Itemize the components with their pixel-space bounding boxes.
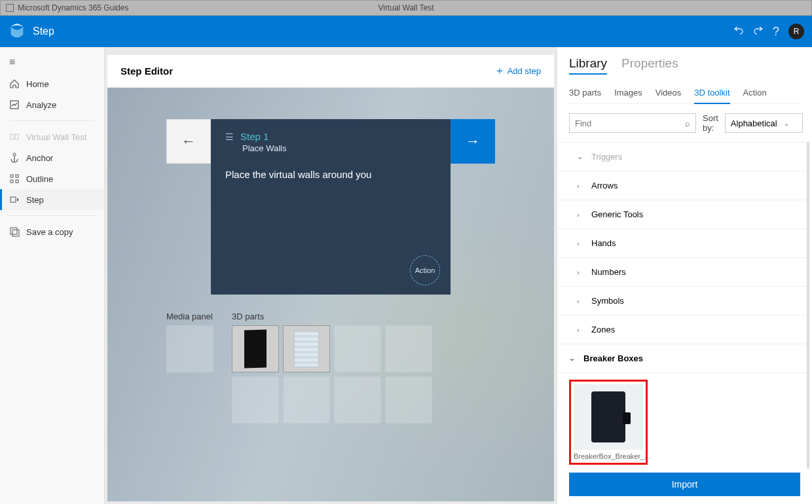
search-icon: ⌕ (685, 118, 690, 128)
document-name: Virtual Wall Test (378, 3, 434, 12)
step-editor-title: Step Editor (120, 65, 173, 77)
part-slot-empty[interactable]: ⬚ (283, 376, 330, 423)
sidebar-item-label: Anchor (26, 153, 53, 163)
chevron-right-icon: › (577, 268, 585, 276)
asset-breaker-box[interactable]: BreakerBox_Breaker_... (569, 380, 648, 465)
category-generic-tools[interactable]: ›Generic Tools (557, 200, 807, 229)
action-chip-label: Action (415, 266, 435, 274)
cube-placeholder-icon: ⬚ (403, 393, 415, 407)
sidebar-item-home[interactable]: Home (0, 73, 104, 94)
sidebar-item-label: Virtual Wall Test (26, 132, 86, 142)
svg-rect-6 (10, 180, 13, 183)
category-numbers[interactable]: ›Numbers (557, 258, 807, 287)
sort-value: Alphabetical (731, 118, 777, 128)
chevron-right-icon: › (577, 211, 585, 219)
breaker-icon (591, 391, 625, 442)
undo-icon[interactable] (733, 25, 744, 38)
find-input[interactable] (575, 118, 685, 128)
guides-logo-icon (8, 22, 26, 41)
parts-panel-label: 3D parts (232, 312, 432, 321)
sidebar-item-label: Analyze (26, 100, 56, 110)
chevron-right-icon: › (577, 182, 585, 190)
subtab-images[interactable]: Images (614, 88, 642, 103)
part-thumb-icon (294, 331, 319, 367)
media-slot[interactable] (166, 325, 213, 372)
editor-canvas: ← ☰ Step 1 Place Walls Place the virtual… (107, 88, 554, 501)
sidebar-item-step[interactable]: Step (0, 189, 104, 210)
sort-select[interactable]: Alphabetical ⌄ (725, 113, 803, 133)
svg-rect-10 (10, 228, 17, 234)
sidebar-item-analyze[interactable]: Analyze (0, 94, 104, 115)
part-slot-2[interactable] (283, 325, 330, 372)
subtab-videos[interactable]: Videos (655, 88, 682, 103)
user-avatar[interactable]: R (788, 24, 804, 39)
find-input-wrapper[interactable]: ⌕ (569, 113, 696, 133)
import-button[interactable]: Import (569, 473, 800, 496)
category-label: Breaker Boxes (583, 353, 643, 363)
asset-thumbnail (574, 384, 643, 450)
category-hands[interactable]: ›Hands (557, 229, 807, 258)
outline-glyph-icon: ☰ (225, 132, 234, 142)
chevron-down-icon: ⌄ (577, 153, 585, 161)
right-panel: Library Properties 3D parts Images Video… (557, 47, 812, 504)
redo-icon[interactable] (753, 25, 764, 38)
category-breaker-boxes[interactable]: ⌄Breaker Boxes (557, 344, 807, 373)
category-symbols[interactable]: ›Symbols (557, 287, 807, 315)
sidebar-item-save-copy[interactable]: Save a copy (0, 221, 104, 242)
action-chip[interactable]: Action (410, 255, 440, 285)
step-editor-header: Step Editor ＋ Add step (107, 55, 554, 88)
category-label: Numbers (591, 267, 626, 277)
cube-placeholder-icon: ⬚ (250, 393, 261, 407)
next-step-button[interactable]: → (451, 119, 495, 164)
cube-placeholder-icon: ⬚ (352, 342, 363, 356)
arrow-right-icon: → (466, 133, 480, 150)
part-slot-empty[interactable]: ⬚ (334, 325, 381, 372)
app-name: Microsoft Dynamics 365 Guides (18, 3, 128, 12)
import-label: Import (672, 479, 698, 490)
svg-rect-11 (12, 230, 19, 236)
part-slot-empty[interactable]: ⬚ (334, 376, 381, 423)
help-icon[interactable]: ? (773, 25, 779, 39)
part-slot-empty[interactable]: ⬚ (232, 376, 279, 423)
sidebar-item-outline[interactable]: Outline (0, 168, 104, 189)
left-sidebar: ≡ Home Analyze Virtual Wall Test Anchor … (0, 47, 105, 504)
subtab-action[interactable]: Action (743, 88, 767, 103)
plus-icon: ＋ (494, 64, 505, 78)
prev-step-button[interactable]: ← (166, 119, 211, 164)
cube-placeholder-icon: ⬚ (403, 342, 415, 356)
hamburger-icon[interactable]: ≡ (0, 51, 104, 73)
category-label: Zones (591, 325, 615, 334)
analyze-icon (9, 99, 20, 110)
svg-point-3 (13, 153, 16, 156)
tab-properties[interactable]: Properties (621, 56, 678, 75)
subtab-3d-parts[interactable]: 3D parts (569, 88, 601, 103)
media-placeholder-icon (181, 341, 198, 357)
add-step-button[interactable]: ＋ Add step (494, 64, 541, 78)
sidebar-item-label: Home (26, 79, 49, 89)
guide-icon (9, 132, 20, 142)
arrow-left-icon: ← (181, 133, 196, 150)
sidebar-item-label: Step (26, 195, 44, 205)
app-header: Step ? R (0, 16, 812, 47)
part-slot-empty[interactable]: ⬚ (385, 325, 432, 372)
category-triggers[interactable]: ⌄Triggers (557, 142, 807, 171)
sidebar-item-anchor[interactable]: Anchor (0, 147, 104, 168)
part-slot-1[interactable] (232, 325, 279, 372)
part-slot-empty[interactable]: ⬚ (385, 376, 432, 423)
category-zones[interactable]: ›Zones (557, 315, 807, 344)
category-label: Hands (591, 238, 616, 248)
chevron-right-icon: › (577, 240, 585, 247)
category-arrows[interactable]: ›Arrows (557, 171, 807, 200)
chevron-down-icon: ⌄ (569, 354, 577, 363)
page-title: Step (33, 26, 54, 37)
step-instruction[interactable]: Place the virtual walls around you (225, 169, 436, 180)
svg-rect-2 (15, 134, 18, 139)
sidebar-item-guide[interactable]: Virtual Wall Test (0, 126, 104, 147)
save-copy-icon (9, 226, 20, 237)
subtab-3d-toolkit[interactable]: 3D toolkit (694, 88, 729, 104)
step-card: ☰ Step 1 Place Walls Place the virtual w… (211, 119, 451, 295)
home-icon (9, 79, 20, 89)
svg-rect-5 (16, 175, 18, 177)
window-titlebar: Microsoft Dynamics 365 Guides Virtual Wa… (0, 0, 812, 16)
tab-library[interactable]: Library (569, 56, 607, 75)
